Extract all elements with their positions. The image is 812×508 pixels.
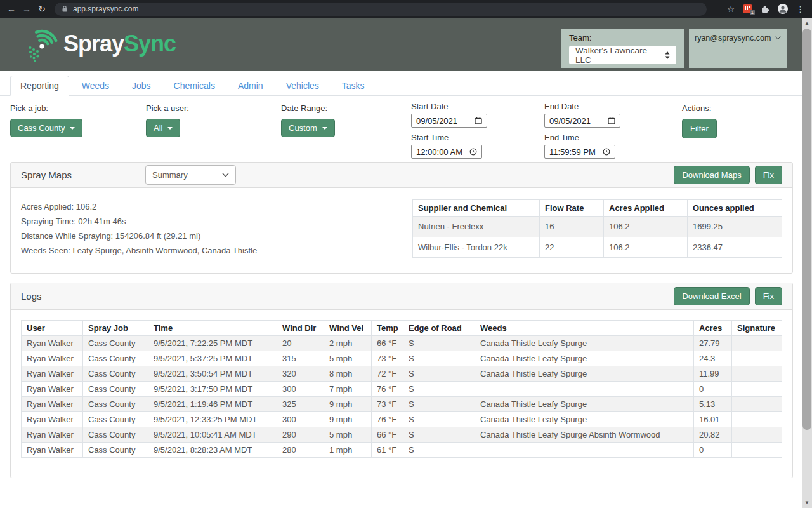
- table-cell: 7 mph: [324, 382, 372, 397]
- end-time-input[interactable]: 11:59:59 PM: [544, 145, 615, 159]
- table-cell: Ryan Walker: [22, 351, 83, 366]
- table-row: Wilbur-Ellis - Tordon 22k22106.22336.47: [413, 237, 782, 258]
- table-cell: S: [403, 397, 475, 412]
- table-row: Ryan WalkerCass County9/5/2021, 8:28:23 …: [22, 443, 782, 458]
- page-scrollbar[interactable]: ▲ ▼: [802, 18, 812, 508]
- table-cell: Wilbur-Ellis - Tordon 22k: [413, 237, 540, 258]
- table-cell: Canada Thistle Leafy Spurge: [475, 336, 694, 351]
- table-header-row: UserSpray JobTimeWind DirWind VelTempEdg…: [22, 321, 782, 336]
- column-header: Flow Rate: [540, 200, 604, 217]
- job-dropdown-value: Cass County: [18, 123, 65, 133]
- logs-table-head: UserSpray JobTimeWind DirWind VelTempEdg…: [22, 321, 782, 336]
- job-dropdown[interactable]: Cass County: [10, 119, 82, 137]
- user-dropdown[interactable]: All: [146, 119, 180, 137]
- tab-weeds[interactable]: Weeds: [72, 76, 119, 96]
- table-cell: 61 °F: [372, 443, 403, 458]
- table-cell: 22: [540, 237, 604, 258]
- logs-card: Logs Download Excel Fix UserSpray JobTim…: [10, 283, 793, 478]
- browser-menu-icon[interactable]: ⋮: [796, 4, 804, 14]
- extension-pixels-icon: [745, 6, 746, 8]
- download-excel-button[interactable]: Download Excel: [674, 287, 749, 305]
- url-bar[interactable]: app.spraysync.com: [55, 3, 707, 16]
- back-icon[interactable]: ←: [5, 0, 18, 18]
- table-cell: [732, 382, 782, 397]
- table-cell: Ryan Walker: [22, 443, 83, 458]
- end-time-label: End Time: [544, 133, 620, 142]
- spray-maps-card: Spray Maps Summary Download Maps Fix Acr…: [10, 162, 793, 274]
- tab-reporting[interactable]: Reporting: [10, 76, 69, 96]
- date-range-filter: Date Range: Custom: [281, 104, 335, 137]
- table-cell: 0: [694, 443, 732, 458]
- table-cell: [732, 443, 782, 458]
- scrollbar-up-icon[interactable]: ▲: [802, 20, 812, 26]
- scrollbar-thumb[interactable]: [802, 29, 811, 430]
- table-cell: 9/5/2021, 3:17:50 PM MDT: [148, 382, 277, 397]
- tab-bar: Reporting Weeds Jobs Chemicals Admin Veh…: [0, 72, 802, 96]
- lock-icon: [62, 5, 68, 13]
- table-cell: 73 °F: [372, 351, 403, 366]
- table-cell: Cass County: [83, 351, 148, 366]
- table-cell: Cass County: [83, 336, 148, 351]
- column-header: Supplier and Chemical: [413, 200, 540, 217]
- fix-maps-button[interactable]: Fix: [755, 166, 782, 184]
- tab-tasks[interactable]: Tasks: [332, 76, 375, 96]
- tab-admin[interactable]: Admin: [228, 76, 273, 96]
- fix-logs-button[interactable]: Fix: [755, 287, 782, 305]
- date-range-dropdown[interactable]: Custom: [281, 119, 335, 137]
- extension-icon[interactable]: 1: [743, 4, 752, 13]
- user-menu[interactable]: ryan@spraysync.com: [689, 29, 787, 68]
- table-cell: [732, 427, 782, 443]
- map-view-select[interactable]: Summary: [145, 165, 236, 185]
- actions-group: Actions: Filter: [682, 104, 717, 138]
- user-dropdown-value: All: [154, 123, 162, 133]
- spray-maps-title: Spray Maps: [21, 170, 72, 180]
- tab-chemicals[interactable]: Chemicals: [164, 76, 225, 96]
- reload-icon[interactable]: ↻: [36, 0, 48, 18]
- chemical-table-head: Supplier and ChemicalFlow RateAcres Appl…: [413, 200, 782, 217]
- end-date-input[interactable]: 09/05/2021: [544, 114, 620, 128]
- table-cell: 8 mph: [324, 366, 372, 382]
- table-cell: 9 mph: [324, 412, 372, 427]
- browser-chrome: ← → ↻ app.spraysync.com ☆ 1 ⋮: [0, 0, 812, 18]
- logo-wordmark: SpraySync: [63, 30, 176, 57]
- table-cell: 24.3: [694, 351, 732, 366]
- filter-button[interactable]: Filter: [682, 119, 717, 138]
- table-cell: 16.01: [694, 412, 732, 427]
- profile-avatar-icon[interactable]: [778, 4, 788, 14]
- tab-jobs[interactable]: Jobs: [122, 76, 161, 96]
- tab-vehicles[interactable]: Vehicles: [276, 76, 329, 96]
- table-cell: Canada Thistle Leafy Spurge: [475, 397, 694, 412]
- table-row: Ryan WalkerCass County9/5/2021, 1:19:46 …: [22, 397, 782, 412]
- table-cell: Canada Thistle Leafy Spurge: [475, 351, 694, 366]
- table-cell: 11.99: [694, 366, 732, 382]
- start-datetime-group: Start Date 09/05/2021 Start Time 12:00:0…: [411, 102, 487, 164]
- table-cell: S: [403, 427, 475, 443]
- puzzle-icon[interactable]: [761, 4, 769, 13]
- calendar-icon: [608, 117, 615, 124]
- table-cell: Cass County: [83, 382, 148, 397]
- table-cell: [732, 366, 782, 382]
- column-header: Acres Applied: [604, 200, 688, 217]
- calendar-icon: [475, 117, 482, 124]
- column-header: Acres: [694, 321, 732, 336]
- start-date-input[interactable]: 09/05/2021: [411, 114, 487, 128]
- end-date-label: End Date: [544, 102, 620, 111]
- column-header: Time: [148, 321, 277, 336]
- actions-label: Actions:: [682, 104, 717, 113]
- table-cell: 66 °F: [372, 427, 403, 443]
- forward-icon[interactable]: →: [20, 0, 33, 18]
- table-cell: 1699.25: [688, 217, 782, 237]
- column-header: Temp: [372, 321, 403, 336]
- table-cell: Cass County: [83, 397, 148, 412]
- logs-title: Logs: [21, 291, 42, 302]
- table-cell: 27.79: [694, 336, 732, 351]
- table-cell: 106.2: [604, 217, 688, 237]
- bookmark-star-icon[interactable]: ☆: [727, 4, 735, 14]
- table-cell: 9/5/2021, 5:37:25 PM MDT: [148, 351, 277, 366]
- start-time-input[interactable]: 12:00:00 AM: [411, 145, 482, 159]
- table-cell: 76 °F: [372, 412, 403, 427]
- download-maps-button[interactable]: Download Maps: [674, 166, 749, 184]
- scrollbar-down-icon[interactable]: ▼: [802, 500, 812, 505]
- column-header: User: [22, 321, 83, 336]
- team-select[interactable]: Walker's Lawncare LLC: [569, 46, 676, 64]
